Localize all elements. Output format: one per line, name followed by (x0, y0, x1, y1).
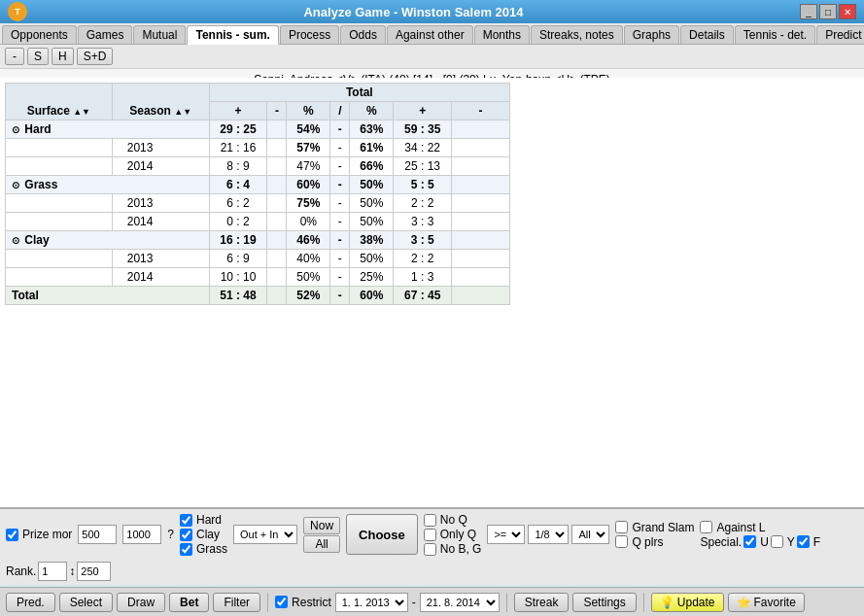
rank-from-input[interactable] (38, 562, 67, 581)
date-to-select[interactable]: 21. 8. 2014 (420, 593, 500, 612)
grass-pct2: 50% (350, 176, 394, 194)
y-checkbox[interactable] (771, 535, 783, 548)
favorite-button[interactable]: ⭐ Favorite (728, 593, 805, 612)
h-button[interactable]: H (52, 48, 74, 65)
hard-checkbox-label[interactable]: Hard (180, 513, 227, 527)
season-col-header: Season ▲▼ (112, 84, 209, 120)
q-plrs-checkbox[interactable] (615, 535, 628, 548)
c2013-pct1: 40% (287, 250, 330, 268)
tab-details[interactable]: Details (680, 25, 734, 44)
all-select[interactable]: All (571, 525, 609, 544)
streak-button[interactable]: Streak (514, 593, 570, 612)
restrict-checkbox[interactable] (275, 596, 288, 608)
hard-plus2: 59 : 35 (394, 120, 452, 139)
h2013-slash: - (330, 139, 350, 157)
draw-button[interactable]: Draw (117, 593, 165, 612)
col-header-group-row: Surface ▲▼ Season ▲▼ Total (6, 84, 510, 102)
maximize-button[interactable]: □ (819, 4, 837, 19)
f-checkbox[interactable] (797, 535, 810, 548)
update-button[interactable]: 💡 Update (651, 593, 724, 612)
tab-against-other[interactable]: Against other (387, 25, 473, 44)
special-text: Special. (700, 535, 742, 549)
title-bar: T Analyze Game - Winston Salem 2014 _ □ … (0, 0, 864, 23)
only-q-label[interactable]: Only Q (424, 528, 482, 541)
now-button[interactable]: Now (303, 517, 340, 534)
clay-pct2: 38% (350, 231, 394, 250)
gte-select[interactable]: >= (487, 525, 525, 544)
date-from-select[interactable]: 1. 1. 2013 (335, 593, 408, 612)
tab-tennis-det[interactable]: Tennis - det. (735, 25, 815, 44)
hard-expand-icon[interactable]: ⊙ (12, 124, 19, 135)
restrict-checkbox-label[interactable]: Restrict (275, 596, 331, 609)
grand-slam-checkbox[interactable] (615, 521, 628, 533)
c2014-plus2: 1 : 3 (394, 268, 452, 287)
table-row: 2013 6 : 9 40% - 50% 2 : 2 (6, 250, 510, 268)
clay-checkbox-label[interactable]: Clay (180, 528, 227, 541)
u-text: U (760, 535, 769, 549)
filter-button[interactable]: Filter (213, 593, 260, 612)
no-bg-checkbox[interactable] (424, 543, 436, 556)
tab-streaks[interactable]: Streaks, notes (531, 25, 623, 44)
c2013-minus2 (452, 250, 510, 268)
grass-spacer (6, 194, 113, 213)
tab-process[interactable]: Process (280, 25, 339, 44)
grass-expand-icon[interactable]: ⊙ (12, 180, 19, 190)
toolbar-separator (267, 593, 268, 612)
tab-odds[interactable]: Odds (340, 25, 386, 44)
season-sort-icon[interactable]: ▲▼ (174, 107, 191, 117)
tab-graphs[interactable]: Graphs (624, 25, 679, 44)
surface-sort-icon[interactable]: ▲▼ (73, 107, 90, 117)
no-bg-label[interactable]: No B, G (424, 542, 482, 556)
fraction-select[interactable]: 1/8 (528, 525, 569, 544)
s-button[interactable]: S (27, 48, 49, 65)
h2014-slash: - (330, 157, 350, 176)
clay-pct1: 46% (287, 231, 330, 250)
clay-minus2 (452, 231, 510, 250)
hard-2013-season: 2013 (112, 139, 209, 157)
u-checkbox[interactable] (743, 535, 756, 548)
grass-checkbox-label[interactable]: Grass (180, 542, 227, 556)
only-q-checkbox[interactable] (424, 529, 436, 541)
sd-button[interactable]: S+D (77, 48, 114, 65)
grand-slam-label[interactable]: Grand Slam (615, 521, 694, 534)
no-q-checkbox[interactable] (424, 514, 436, 527)
tab-predict[interactable]: Predict (816, 25, 864, 44)
clay-expand-icon[interactable]: ⊙ (12, 235, 19, 246)
hard-surface-spacer2 (6, 157, 113, 176)
no-q-label[interactable]: No Q (424, 513, 482, 527)
g2013-plus2: 2 : 2 (394, 194, 452, 213)
against-l-text: Against L (716, 521, 765, 534)
grass-checkbox[interactable] (180, 543, 192, 556)
minimize-button[interactable]: _ (800, 4, 817, 19)
rank-to-input[interactable] (77, 562, 111, 581)
against-l-label[interactable]: Against L (700, 521, 820, 534)
grass-2013-season: 2013 (112, 194, 209, 213)
all-button[interactable]: All (303, 535, 340, 553)
total-slash: - (330, 287, 350, 305)
clay-spacer2 (6, 268, 113, 287)
minus-button[interactable]: - (5, 48, 24, 65)
against-l-checkbox[interactable] (700, 521, 712, 533)
c2014-minus (267, 268, 287, 287)
tab-months[interactable]: Months (474, 25, 530, 44)
prize-mor-checkbox[interactable] (6, 529, 18, 541)
tab-opponents[interactable]: Opponents (2, 25, 77, 44)
hard-checkbox[interactable] (180, 514, 192, 527)
settings-button[interactable]: Settings (572, 593, 636, 612)
hard-2014-season: 2014 (112, 157, 209, 176)
q-plrs-label[interactable]: Q plrs (615, 535, 694, 549)
select-button[interactable]: Select (59, 593, 113, 612)
prize-val2-input[interactable]: 1000 (122, 525, 161, 544)
clay-checkbox[interactable] (180, 529, 192, 541)
tab-games[interactable]: Games (78, 25, 133, 44)
bet-button[interactable]: Bet (169, 593, 209, 612)
out-in-select[interactable]: Out + In (233, 525, 297, 544)
table-row: 2014 0 : 2 0% - 50% 3 : 3 (6, 213, 510, 231)
tab-tennis-sum[interactable]: Tennis - sum. (187, 25, 278, 45)
prize-mor-checkbox-label[interactable]: Prize mor (6, 528, 72, 541)
pred-button[interactable]: Pred. (6, 593, 55, 612)
close-button[interactable]: ✕ (839, 4, 856, 19)
prize-val1-input[interactable]: 500 (78, 525, 117, 544)
tab-mutual[interactable]: Mutual (133, 25, 186, 44)
choose-button[interactable]: Choose (346, 514, 418, 555)
